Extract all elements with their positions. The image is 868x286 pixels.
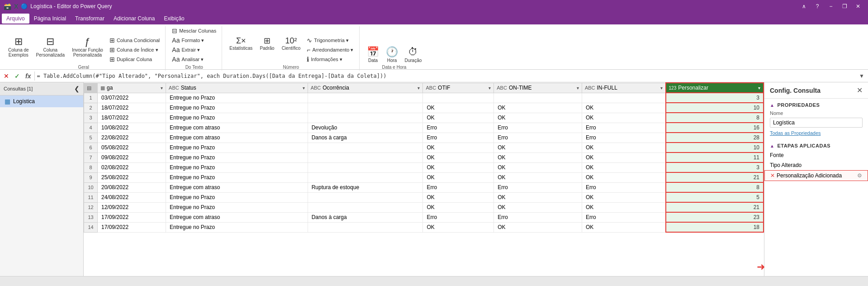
coluna-exemplos-btn[interactable]: ⊞ Coluna deExemplos: [5, 36, 32, 64]
restore-btn[interactable]: ❐: [838, 0, 851, 13]
table-cell: Erro: [423, 133, 494, 143]
menu-arquivo[interactable]: Arquivo: [2, 14, 29, 24]
menu-transformar[interactable]: Transformar: [71, 14, 109, 24]
formula-expand-btn[interactable]: ▼: [857, 72, 866, 80]
hora-btn[interactable]: 🕐 Hora: [383, 46, 401, 64]
duplicar-coluna-btn[interactable]: ⊞ Duplicar Coluna: [108, 55, 161, 64]
table-cell: OK: [423, 172, 494, 182]
app-icon-excel: X: [14, 3, 18, 10]
invocar-funcao-btn[interactable]: ƒ Invocar FunçãoPersonalizada: [69, 36, 106, 64]
right-panel: Config. Consulta ✕ ▲ PROPRIEDADES Nome L…: [764, 82, 868, 276]
step-tipo-label: Tipo Alterado: [770, 162, 802, 168]
menu-exibicao[interactable]: Exibição: [159, 14, 189, 24]
col-ocorrencia-type: ABC: [311, 85, 321, 91]
step-fonte[interactable]: Fonte: [764, 150, 868, 160]
col-header-status[interactable]: ABC Status ▾: [166, 83, 308, 93]
col-header-ocorrencia[interactable]: ABC Ocorrência ▾: [308, 83, 423, 93]
table-cell: OK: [582, 162, 665, 172]
estatisticas-btn[interactable]: Σ× Estatísticas: [227, 36, 255, 64]
col-header-ga[interactable]: ▦ ga ▾: [98, 83, 166, 93]
row-number-cell: 10: [84, 182, 98, 192]
table-cell: 21: [666, 172, 764, 182]
table-row: 103/07/2022Entregue no Prazo3: [84, 93, 764, 103]
table-cell: OK: [423, 222, 494, 232]
table-cell: 09/08/2022: [98, 153, 166, 162]
coluna-indice-btn[interactable]: ⊞ Coluna de Índice ▾: [108, 45, 161, 54]
step-tipo-alterado[interactable]: Tipo Alterado: [764, 160, 868, 170]
coluna-personalizada-btn[interactable]: ⊟ ColunaPersonalizada: [33, 36, 67, 64]
mesclar-colunas-btn[interactable]: ⊟ Mesclar Colunas: [170, 26, 218, 35]
table-cell: OK: [494, 103, 582, 113]
table-cell: Entregue no Prazo: [166, 93, 308, 103]
informacoes-btn[interactable]: ℹ Informações ▾: [305, 55, 355, 64]
step-personalizacao-gear-icon[interactable]: ⚙: [857, 172, 862, 179]
col-infull-type: ABC: [585, 85, 595, 91]
row-number-cell: 11: [84, 192, 98, 202]
menu-pagina-inicial[interactable]: Página Inicial: [29, 14, 71, 24]
etapas-section-label: ETAPAS APLICADAS: [777, 143, 830, 148]
coluna-condicional-btn[interactable]: ⊞ Coluna Condicional: [108, 36, 161, 45]
formato-btn[interactable]: Aa Formato ▾: [170, 36, 218, 45]
data-btn[interactable]: 📅 Data: [364, 46, 382, 64]
col-header-otif[interactable]: ABC OTIF ▾: [423, 83, 494, 93]
query-item-label: Logística: [13, 98, 35, 105]
menu-adicionar-coluna[interactable]: Adicionar Coluna: [109, 14, 159, 24]
formula-input[interactable]: [37, 73, 855, 79]
col-header-personalizar[interactable]: 123 Personalizar ▾: [666, 83, 764, 93]
table-cell: [423, 93, 494, 103]
table-cell: Entregue no Prazo: [166, 222, 308, 232]
col-ga-filter[interactable]: ▾: [161, 86, 163, 91]
titlebar-text: Logística - Editor do Power Query: [30, 3, 112, 10]
todas-props-link[interactable]: Todas as Propriedades: [764, 129, 868, 139]
ribbon-group-dotexto: ⊟ Mesclar Colunas Aa Formato ▾ Aa Extrai…: [166, 26, 222, 71]
col-status-filter[interactable]: ▾: [303, 86, 305, 91]
invocar-funcao-icon: ƒ: [85, 37, 90, 47]
cientifico-icon: 10²: [285, 37, 297, 45]
table-cell: [308, 93, 423, 103]
arredondamento-btn[interactable]: ⌐ Arredondamento ▾: [305, 45, 355, 54]
cientifico-label: Científico: [282, 46, 301, 51]
table-cell: Entregue com atraso: [166, 123, 308, 133]
col-ontime-filter[interactable]: ▾: [577, 86, 579, 91]
extrair-btn[interactable]: Aa Extrair ▾: [170, 45, 218, 54]
row-number-cell: 13: [84, 212, 98, 222]
formula-cancel-btn[interactable]: ✕: [2, 72, 11, 81]
table-cell: 18/07/2022: [98, 113, 166, 123]
col-personalizar-filter[interactable]: ▾: [758, 86, 760, 91]
coluna-condicional-icon: ⊞: [109, 37, 115, 44]
table-cell: OK: [494, 143, 582, 153]
step-personalizacao[interactable]: ✕ Personalização Adicionada ⚙: [764, 170, 868, 181]
col-infull-filter[interactable]: ▾: [660, 86, 663, 91]
row-number-cell: 6: [84, 143, 98, 153]
padrao-btn[interactable]: ⊞ Padrão: [257, 36, 277, 64]
querypanel-collapse-btn[interactable]: ❮: [74, 85, 80, 92]
ribbon-dotexto-buttons: ⊟ Mesclar Colunas Aa Formato ▾ Aa Extrai…: [170, 26, 218, 64]
cientifico-btn[interactable]: 10² Científico: [279, 36, 304, 64]
rightpanel-close-btn[interactable]: ✕: [857, 86, 863, 95]
duracao-btn[interactable]: ⏱ Duração: [402, 46, 425, 64]
col-header-ontime[interactable]: ABC ON-TIME ▾: [494, 83, 582, 93]
step-personalizacao-delete-icon[interactable]: ✕: [770, 172, 775, 179]
title-icon2: 🔵: [21, 3, 28, 10]
ribbon-collapse-btn[interactable]: ∧: [797, 0, 810, 13]
row-number-cell: 1: [84, 93, 98, 103]
col-otif-filter[interactable]: ▾: [489, 86, 491, 91]
minimize-btn[interactable]: −: [825, 0, 837, 13]
help-btn[interactable]: ?: [811, 0, 824, 13]
col-header-infull[interactable]: ABC IN-FULL ▾: [582, 83, 665, 93]
table-row: 522/08/2022Entregue com atrasoDanos à ca…: [84, 133, 764, 143]
formula-confirm-btn[interactable]: ✓: [13, 72, 22, 81]
coluna-personalizada-icon: ⊟: [46, 37, 54, 47]
query-item-logistica[interactable]: ▦ Logística: [0, 95, 83, 107]
mesclar-label: Mesclar Colunas: [179, 28, 216, 33]
nome-value[interactable]: Logística: [770, 118, 863, 128]
trigonometria-btn[interactable]: ∿ Trigonometria ▾: [305, 36, 355, 45]
query-panel: Consultas [1] ❮ ▦ Logística: [0, 82, 84, 276]
close-btn[interactable]: ✕: [852, 0, 864, 13]
analisar-btn[interactable]: Aa Analisar ▾: [170, 55, 218, 64]
ribbon-geral-small: ⊞ Coluna Condicional ⊞ Coluna de Índice …: [108, 36, 161, 64]
datatable-container: ▤ ▦ ga ▾ ABC Status ▾: [84, 82, 764, 276]
table-cell: 20/08/2022: [98, 182, 166, 192]
table-cell: OK: [582, 153, 665, 162]
col-ocorrencia-filter[interactable]: ▾: [417, 86, 420, 91]
